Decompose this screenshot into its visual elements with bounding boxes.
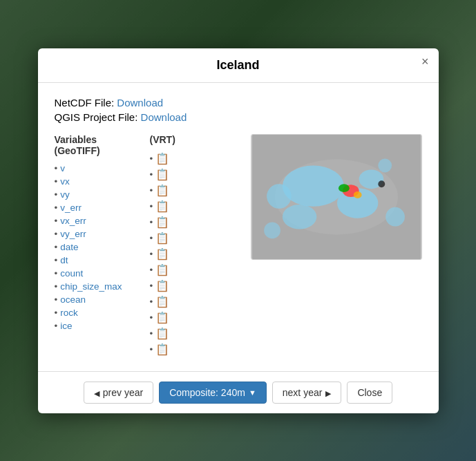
var-link-vy[interactable]: vy <box>60 189 70 200</box>
var-link-v_err[interactable]: v_err <box>60 203 82 213</box>
list-item: 📋 <box>150 326 240 341</box>
modal-footer: prev year Composite: 240m ▼ next year Cl… <box>38 371 439 413</box>
geotiff-list: v vx vy v_err vx_err vy_err date dt coun… <box>55 162 144 332</box>
list-item: vy <box>55 188 144 201</box>
composite-dropdown-button[interactable]: Composite: 240m ▼ <box>159 382 267 404</box>
netcdf-label: NetCDF File: <box>55 97 115 109</box>
var-link-v[interactable]: v <box>60 163 65 173</box>
close-button[interactable]: Close <box>347 382 392 404</box>
vrt-list: 📋 📋 📋 📋 📋 📋 📋 📋 📋 📋 📋 <box>150 151 240 357</box>
prev-year-button[interactable]: prev year <box>84 382 153 404</box>
vrt-icon-v_err[interactable]: 📋 <box>155 200 169 213</box>
var-link-ice[interactable]: ice <box>60 321 72 331</box>
list-item: rock <box>55 306 144 319</box>
qgis-label: QGIS Project File: <box>55 111 138 123</box>
list-item: 📋 <box>150 310 240 326</box>
svg-point-10 <box>385 207 405 226</box>
svg-point-13 <box>378 180 385 187</box>
var-link-date[interactable]: date <box>60 242 78 252</box>
vrt-icon-vy_err[interactable]: 📋 <box>155 232 169 245</box>
var-link-ocean[interactable]: ocean <box>60 294 86 305</box>
vrt-icon-v[interactable]: 📋 <box>155 152 169 165</box>
map-preview <box>251 134 422 260</box>
qgis-download-link[interactable]: Download <box>141 111 187 123</box>
variables-section: Variables (GeoTIFF) v vx vy v_err vx_err… <box>55 134 240 357</box>
svg-point-12 <box>264 222 280 238</box>
map-svg <box>251 135 421 259</box>
list-item: date <box>55 241 144 254</box>
vrt-icon-rock[interactable]: 📋 <box>155 327 169 340</box>
list-item: 📋 <box>150 182 240 198</box>
geotiff-column: Variables (GeoTIFF) v vx vy v_err vx_err… <box>55 134 144 357</box>
list-item: ice <box>55 319 144 332</box>
var-link-vx_err[interactable]: vx_err <box>60 216 86 226</box>
content-area: Variables (GeoTIFF) v vx vy v_err vx_err… <box>55 134 422 357</box>
svg-point-9 <box>267 184 292 209</box>
svg-point-4 <box>282 204 316 229</box>
var-link-count[interactable]: count <box>60 268 83 279</box>
vrt-header: (VRT) <box>150 134 240 145</box>
modal-overlay: Iceland × NetCDF File: Download QGIS Pro… <box>0 0 476 461</box>
list-item: vx <box>55 175 144 188</box>
modal-body: NetCDF File: Download QGIS Project File:… <box>38 83 439 371</box>
list-item: 📋 <box>150 246 240 262</box>
var-link-dt[interactable]: dt <box>60 255 68 265</box>
list-item: ocean <box>55 293 144 306</box>
next-year-label: next year <box>283 387 323 398</box>
list-item: vy_err <box>55 227 144 241</box>
list-item: 📋 <box>150 151 240 167</box>
vrt-column: (VRT) 📋 📋 📋 📋 📋 📋 📋 📋 📋 <box>150 134 240 357</box>
list-item: 📋 <box>150 198 240 214</box>
var-link-vx[interactable]: vx <box>60 176 70 187</box>
modal-dialog: Iceland × NetCDF File: Download QGIS Pro… <box>38 48 439 413</box>
list-item: 📋 <box>150 167 240 182</box>
list-item: 📋 <box>150 341 240 357</box>
var-link-chip_size_max[interactable]: chip_size_max <box>60 281 122 292</box>
vrt-icon-count[interactable]: 📋 <box>155 279 169 292</box>
vrt-icon-ocean[interactable]: 📋 <box>155 311 169 324</box>
composite-label: Composite: 240m <box>169 387 245 398</box>
list-item: 📋 <box>150 262 240 278</box>
modal-header: Iceland × <box>38 48 439 83</box>
svg-point-7 <box>338 184 349 192</box>
next-arrow-icon <box>325 387 331 398</box>
list-item: dt <box>55 254 144 267</box>
prev-arrow-icon <box>94 387 99 398</box>
vrt-icon-vy[interactable]: 📋 <box>155 184 169 197</box>
qgis-line: QGIS Project File: Download <box>55 111 422 123</box>
geotiff-header: Variables (GeoTIFF) <box>55 134 144 156</box>
netcdf-line: NetCDF File: Download <box>55 97 422 109</box>
list-item: 📋 <box>150 230 240 246</box>
netcdf-download-link[interactable]: Download <box>117 97 163 109</box>
vrt-icon-date[interactable]: 📋 <box>155 247 169 261</box>
var-columns: Variables (GeoTIFF) v vx vy v_err vx_err… <box>55 134 240 357</box>
list-item: v_err <box>55 201 144 214</box>
vrt-icon-dt[interactable]: 📋 <box>155 263 169 276</box>
svg-point-2 <box>282 165 343 206</box>
vrt-icon-vx[interactable]: 📋 <box>155 168 169 181</box>
svg-point-8 <box>353 191 361 198</box>
prev-year-label: prev year <box>103 387 143 398</box>
list-item: vx_err <box>55 214 144 227</box>
list-item: 📋 <box>150 294 240 310</box>
close-x-button[interactable]: × <box>421 55 429 68</box>
file-links-section: NetCDF File: Download QGIS Project File:… <box>55 97 422 123</box>
next-year-button[interactable]: next year <box>272 382 342 404</box>
vrt-icon-ice[interactable]: 📋 <box>155 343 169 356</box>
list-item: v <box>55 162 144 175</box>
var-link-rock[interactable]: rock <box>60 308 78 318</box>
list-item: 📋 <box>150 214 240 230</box>
list-item: 📋 <box>150 278 240 294</box>
vrt-icon-vx_err[interactable]: 📋 <box>155 216 169 229</box>
modal-title: Iceland <box>216 58 259 73</box>
svg-point-11 <box>378 158 392 172</box>
var-link-vy_err[interactable]: vy_err <box>60 229 86 239</box>
list-item: chip_size_max <box>55 280 144 293</box>
vrt-icon-chip_size_max[interactable]: 📋 <box>155 295 169 308</box>
list-item: count <box>55 267 144 280</box>
dropdown-arrow-icon: ▼ <box>249 388 256 397</box>
